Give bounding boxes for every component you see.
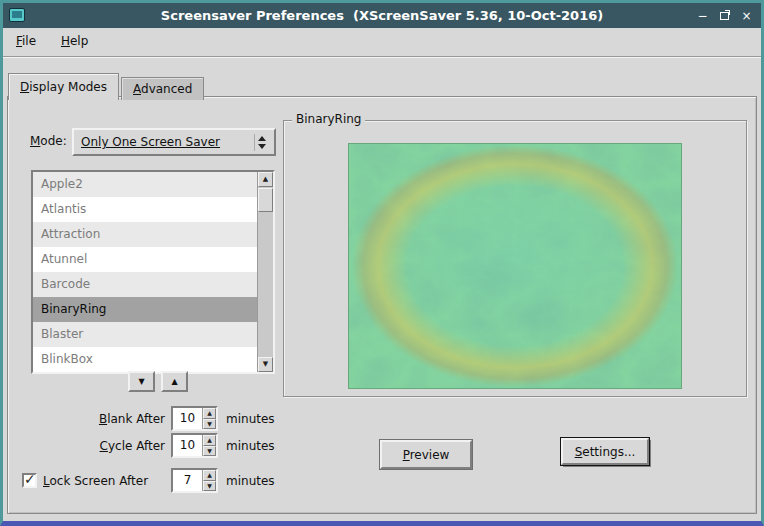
list-scrollbar[interactable]: ▲ ▼ [257,172,273,372]
blank-after-steppers: ▲ ▼ [202,408,216,429]
lock-screen-row: ✓ Lock Screen After 7 ▲ ▼ minutes [22,468,275,493]
step-down-icon[interactable]: ▼ [203,481,216,492]
list-item-atunnel[interactable]: Atunnel [33,247,257,272]
preview-frame: BinaryRing [283,120,747,397]
list-item-blaster[interactable]: Blaster [33,322,257,347]
scroll-up-button[interactable]: ▲ [258,172,273,187]
close-button[interactable]: × [739,8,754,24]
list-item-binaryring[interactable]: BinaryRing [33,297,257,322]
saver-listbox: Apple2AtlantisAttractionAtunnelBarcodeBi… [31,170,275,374]
lock-after-spinner[interactable]: 7 ▲ ▼ [171,468,218,493]
combo-spinner-icon [254,134,269,151]
tab-display-modes[interactable]: Display Modes [8,73,119,100]
step-up-icon[interactable]: ▲ [203,435,216,446]
blank-after-value[interactable]: 10 [173,408,202,429]
lock-after-value[interactable]: 7 [173,470,202,491]
step-up-icon[interactable]: ▲ [203,470,216,481]
cycle-after-label: Cycle After [33,439,165,453]
menu-help[interactable]: Help [53,28,96,56]
minimize-button[interactable]: − [695,8,710,24]
list-item-attraction[interactable]: Attraction [33,222,257,247]
step-down-icon[interactable]: ▼ [203,419,216,430]
blank-after-label: Blank After [33,412,165,426]
tab-advanced[interactable]: Advanced [121,77,204,100]
mode-select[interactable]: Only One Screen Saver [72,128,276,156]
checkmark-icon: ✓ [24,471,36,487]
saver-list: Apple2AtlantisAttractionAtunnelBarcodeBi… [33,172,257,372]
cycle-after-row: Cycle After 10 ▲ ▼ minutes [33,433,275,458]
up-arrow-icon [258,136,266,141]
lock-checkbox[interactable]: ✓ [22,473,37,488]
preview-ring-overlay [349,144,681,388]
menubar: File Help [3,28,761,57]
xscreensaver-preferences-window: Screensaver Preferences (XScreenSaver 5.… [0,0,764,526]
list-item-blinkbox[interactable]: BlinkBox [33,347,257,372]
window-controls: − × [695,3,754,28]
list-item-barcode[interactable]: Barcode [33,272,257,297]
scrollbar-thumb[interactable] [258,188,273,212]
lock-screen-label: Lock Screen After [43,474,165,488]
blank-after-row: Blank After 10 ▲ ▼ minutes [33,406,275,431]
window-title: Screensaver Preferences (XScreenSaver 5.… [3,3,761,28]
scroll-down-button[interactable]: ▼ [258,357,273,372]
list-nav-buttons: ▼ ▲ [128,371,188,392]
minutes-label: minutes [226,439,275,453]
step-down-icon[interactable]: ▼ [203,446,216,457]
settings-button[interactable]: Settings... [561,438,649,465]
down-arrow-icon [258,144,266,149]
menu-file[interactable]: File [8,28,44,56]
preview-frame-legend: BinaryRing [292,112,365,126]
tab-bar: Display Modes Advanced [8,73,204,100]
move-up-button[interactable]: ▲ [161,371,188,392]
mode-label: Mode: [30,134,67,148]
maximize-icon [720,12,729,20]
mode-value: Only One Screen Saver [81,135,250,149]
step-up-icon[interactable]: ▲ [203,408,216,419]
screensaver-preview-image [348,143,682,389]
move-down-button[interactable]: ▼ [128,371,155,392]
cycle-after-value[interactable]: 10 [173,435,202,456]
preview-button[interactable]: Preview [380,440,472,469]
titlebar[interactable]: Screensaver Preferences (XScreenSaver 5.… [3,3,761,28]
minutes-label: minutes [226,474,275,488]
lock-after-steppers: ▲ ▼ [202,470,216,491]
minutes-label: minutes [226,412,275,426]
list-item-atlantis[interactable]: Atlantis [33,197,257,222]
cycle-after-spinner[interactable]: 10 ▲ ▼ [171,433,218,458]
list-item-apple2[interactable]: Apple2 [33,172,257,197]
maximize-button[interactable] [717,8,732,24]
blank-after-spinner[interactable]: 10 ▲ ▼ [171,406,218,431]
cycle-after-steppers: ▲ ▼ [202,435,216,456]
